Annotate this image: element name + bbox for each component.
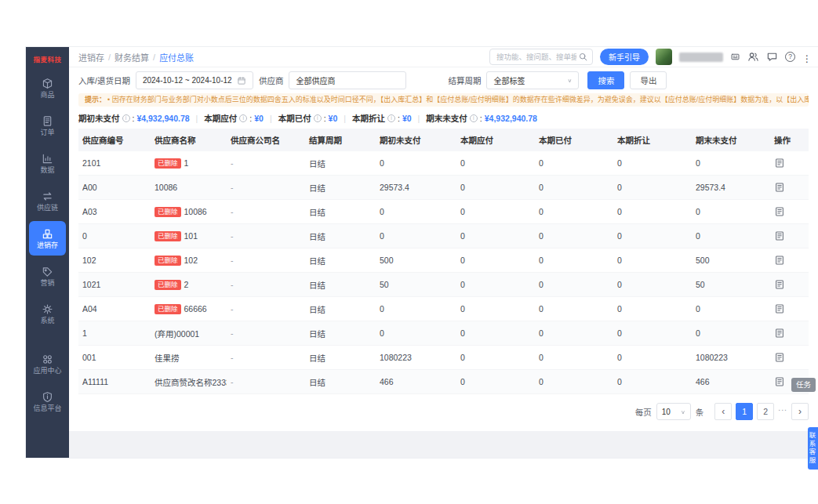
table-row[interactable]: 2101已删除1-日结00000 — [78, 151, 809, 176]
search-input[interactable] — [496, 53, 576, 61]
page-ellipsis[interactable]: ... — [778, 403, 787, 420]
inventory-icon — [42, 228, 53, 240]
chevron-down-icon: ∨ — [681, 408, 685, 414]
view-bill-icon[interactable] — [774, 328, 785, 339]
supplier-name: 已删除1 — [151, 158, 227, 169]
sidebar-nav: 商品 订单 数据 供应链 进销存 — [26, 69, 69, 420]
supplier-code: A11111 — [78, 377, 151, 386]
opening-unpaid: 0 — [376, 304, 456, 314]
avatar[interactable] — [656, 49, 672, 65]
table-row[interactable]: A0010086-日结29573.400029573.4 — [78, 176, 809, 200]
sidebar-item-goods[interactable]: 商品 — [29, 71, 66, 105]
search-icon[interactable] — [578, 52, 588, 62]
closing-unpaid: 500 — [692, 256, 770, 265]
table-row[interactable]: 102已删除102-日结500000500 — [78, 248, 809, 273]
page-button[interactable]: 1 — [736, 403, 753, 420]
view-bill-icon[interactable] — [774, 230, 785, 241]
global-search[interactable] — [489, 49, 593, 65]
prev-page-button[interactable] — [714, 403, 732, 420]
column-header: 本期应付 — [456, 134, 535, 146]
sidebar-item-system[interactable]: 系统 — [29, 296, 66, 331]
deleted-badge: 已删除 — [155, 231, 181, 241]
opening-unpaid: 0 — [376, 231, 456, 241]
date-range-input[interactable]: 2024-10-12 ~ 2024-10-12 — [136, 71, 253, 89]
supplier-company: - — [227, 231, 305, 241]
sidebar-item-app-center[interactable]: 应用中心 — [29, 346, 66, 381]
table-row[interactable]: A11111供应商赞改名称2333-日结466000466 — [78, 370, 809, 394]
messages-icon[interactable] — [766, 51, 778, 63]
info-icon[interactable] — [239, 114, 247, 122]
table-row[interactable]: A04已删除66666-日结00000 — [78, 297, 809, 321]
sidebar-item-marketing[interactable]: 营销 — [29, 259, 66, 293]
sidebar-item-data[interactable]: 数据 — [29, 146, 66, 180]
supplier-code: 102 — [78, 256, 151, 265]
sidebar-item-inventory[interactable]: 进销存 — [29, 221, 66, 256]
view-bill-icon[interactable] — [774, 376, 785, 387]
closing-unpaid: 1080223 — [692, 353, 770, 362]
view-bill-icon[interactable] — [774, 352, 785, 363]
cycle-select[interactable]: 全部标签 ∨ — [486, 71, 579, 89]
breadcrumb-current: 应付总账 — [159, 51, 194, 63]
breadcrumb-separator: / — [153, 53, 155, 62]
contacts-icon[interactable] — [747, 51, 759, 63]
supplier-name: 已删除66666 — [151, 304, 227, 314]
supplier-company: - — [227, 280, 305, 289]
period-paid: 0 — [535, 328, 613, 338]
sidebar-item-info-platform[interactable]: 信息平台 — [29, 384, 66, 419]
table-row[interactable]: 1021已删除2-日结5000050 — [78, 273, 809, 297]
contact-service-tab[interactable]: 联系客服 — [808, 427, 818, 470]
period-paid: 0 — [535, 304, 613, 314]
info-icon[interactable] — [122, 114, 130, 122]
column-header: 期初未支付 — [376, 134, 456, 146]
supplier-code: 1021 — [78, 280, 151, 289]
per-page-select[interactable]: 10 ∨ — [656, 403, 691, 420]
view-bill-icon[interactable] — [774, 255, 785, 266]
info-icon[interactable] — [387, 114, 395, 122]
shield-icon — [42, 391, 53, 403]
next-page-button[interactable] — [791, 403, 809, 420]
task-tag[interactable]: 任务 — [791, 378, 816, 392]
settle-cycle: 日结 — [305, 206, 376, 218]
page-button[interactable]: 2 — [757, 403, 774, 420]
cycle-value: 全部标签 — [493, 74, 525, 86]
date-range-value: 2024-10-12 ~ 2024-10-12 — [143, 76, 232, 85]
breadcrumb-level2[interactable]: 财务结算 — [115, 51, 149, 63]
sidebar-item-orders[interactable]: 订单 — [29, 108, 66, 143]
summary-bar: 期初未支付:¥4,932,940.78|本期应付:¥0|本期已付:¥0|本期折让… — [69, 109, 818, 129]
column-header: 本期已付 — [535, 134, 613, 146]
account-badge-icon[interactable] — [730, 52, 740, 62]
column-header: 供应商名称 — [151, 134, 227, 146]
export-button[interactable]: 导出 — [630, 71, 667, 89]
table-row[interactable]: A03已删除10086-日结00000 — [78, 200, 809, 224]
chart-icon — [42, 153, 53, 165]
period-payable: 0 — [456, 353, 535, 362]
supplier-input[interactable]: 全部供应商 — [289, 71, 406, 89]
table-row[interactable]: 1(弃用)00001-日结00000 — [78, 321, 809, 346]
sidebar-item-label: 商品 — [40, 92, 54, 99]
sidebar-item-label: 营销 — [40, 280, 54, 287]
search-button[interactable]: 搜索 — [587, 71, 624, 89]
view-bill-icon[interactable] — [774, 279, 785, 290]
sidebar-item-supply-chain[interactable]: 供应链 — [29, 183, 66, 218]
sidebar-item-label: 供应链 — [37, 205, 58, 212]
settle-cycle: 日结 — [305, 352, 376, 364]
info-icon[interactable] — [470, 114, 478, 122]
view-bill-icon[interactable] — [774, 182, 785, 193]
table-row[interactable]: 001佳果捞-日结10802230001080223 — [78, 346, 809, 370]
table-row[interactable]: 0已删除101-日结00000 — [78, 224, 809, 248]
summary-value: ¥0 — [254, 114, 264, 123]
footer-strip — [69, 431, 818, 458]
help-icon[interactable] — [785, 52, 795, 62]
closing-unpaid: 0 — [692, 328, 770, 338]
breadcrumb-level1[interactable]: 进销存 — [78, 51, 104, 63]
guide-button[interactable]: 新手引导 — [600, 49, 649, 65]
period-payable: 0 — [456, 304, 535, 314]
sidebar-item-label: 订单 — [40, 129, 54, 136]
sidebar-item-label: 数据 — [40, 167, 54, 174]
table-body: 2101已删除1-日结00000A0010086-日结29573.4000295… — [78, 151, 809, 394]
view-bill-icon[interactable] — [774, 206, 785, 217]
info-icon[interactable] — [314, 114, 322, 122]
view-bill-icon[interactable] — [774, 158, 785, 169]
more-icon[interactable] — [802, 51, 809, 63]
view-bill-icon[interactable] — [774, 303, 785, 314]
